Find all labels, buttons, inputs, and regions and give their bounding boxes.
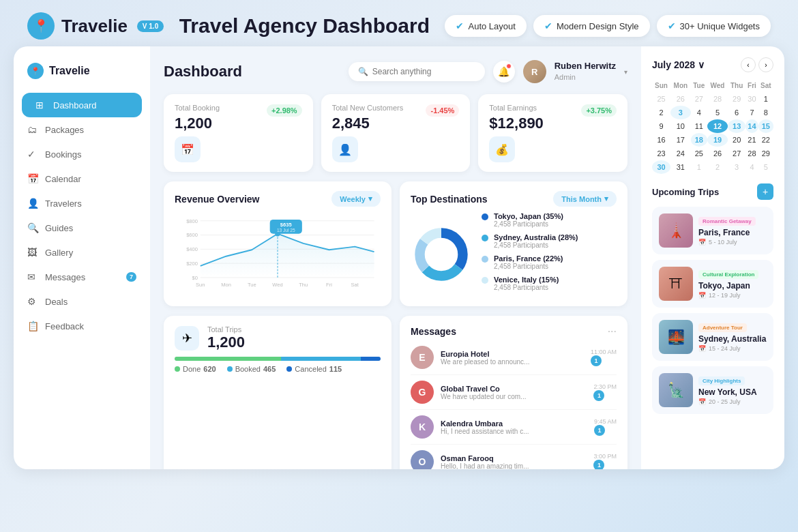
calendar-day[interactable]: 11 <box>691 119 707 133</box>
revenue-filter-button[interactable]: Weekly ▾ <box>331 191 381 207</box>
customers-icon-box: 👤 <box>332 136 358 162</box>
trip-card-newyork[interactable]: 🗽 City Highlights New York, USA 📅 20 - 2… <box>652 366 773 414</box>
calendar-day[interactable]: 7 <box>745 106 758 119</box>
calendar-day[interactable]: 15 <box>758 119 773 133</box>
version-badge: V 1.0 <box>137 20 164 32</box>
calendar-day[interactable]: 12 <box>707 119 728 133</box>
calendar-next-button[interactable]: › <box>758 57 773 72</box>
calendar-day[interactable]: 23 <box>652 147 670 160</box>
calendar-day[interactable]: 4 <box>691 106 707 119</box>
trip-card-tokyo[interactable]: ⛩ Cultural Exploration Tokyo, Japan 📅 12… <box>652 260 773 308</box>
dashboard-icon: ⊞ <box>35 100 46 110</box>
calendar-day[interactable]: 26 <box>670 92 690 106</box>
trip-card-paris[interactable]: 🗼 Romantic Getaway Paris, France 📅 5 - 1… <box>652 207 773 254</box>
svg-text:$200: $200 <box>186 261 198 267</box>
calendar-day[interactable]: 29 <box>728 92 745 106</box>
search-input[interactable] <box>372 67 475 76</box>
trip-date-text-paris: 5 - 10 July <box>709 239 737 246</box>
calendar-day[interactable]: 17 <box>670 133 690 147</box>
canceled-value: 115 <box>329 365 342 373</box>
calendar-day[interactable]: 1 <box>758 92 773 106</box>
calendar-day[interactable]: 29 <box>758 147 773 160</box>
calendar-day[interactable]: 3 <box>670 106 690 119</box>
calendar-day[interactable]: 20 <box>728 133 745 147</box>
svg-text:$600: $600 <box>186 232 198 238</box>
calendar-day[interactable]: 1 <box>691 160 707 174</box>
calendar-day[interactable]: 14 <box>745 119 758 133</box>
trip-img-sydney: 🌉 <box>659 320 693 354</box>
calendar-day[interactable]: 2 <box>707 160 728 174</box>
calendar-day[interactable]: 31 <box>670 160 690 174</box>
sidebar-item-bookings[interactable]: ✓ Bookings <box>14 142 150 166</box>
legend-name-venice: Venice, Italy (15%) <box>494 276 559 284</box>
trips-done-stat: Done 620 <box>175 365 216 373</box>
page-title: Dashboard <box>164 63 242 80</box>
sidebar-item-messages[interactable]: ✉ Messages 7 <box>14 265 150 289</box>
calendar-day[interactable]: 25 <box>652 92 670 106</box>
calendar-day[interactable]: 2 <box>652 106 670 119</box>
chevron-down-icon[interactable]: ▾ <box>624 68 627 76</box>
calendar-day[interactable]: 26 <box>707 147 728 160</box>
sidebar-item-dashboard[interactable]: ⊞ Dashboard <box>22 93 142 117</box>
calendar-prev-button[interactable]: ‹ <box>741 57 756 72</box>
upcoming-header: Upcoming Trips + <box>652 183 773 200</box>
stat-card-customers: Total New Customers 2,845 -1.45% 👤 <box>321 94 471 172</box>
calendar-day[interactable]: 9 <box>652 119 670 133</box>
calendar-day[interactable]: 5 <box>707 106 728 119</box>
calendar-day[interactable]: 28 <box>707 92 728 106</box>
calendar-day[interactable]: 6 <box>728 106 745 119</box>
calendar-day[interactable]: 8 <box>758 106 773 119</box>
trip-date-tokyo: 📅 12 - 19 July <box>698 292 758 299</box>
calendar-day[interactable]: 25 <box>691 147 707 160</box>
calendar-day[interactable]: 10 <box>670 119 690 133</box>
calendar-day[interactable]: 13 <box>728 119 745 133</box>
sidebar-item-packages[interactable]: 🗂 Packages <box>14 117 150 142</box>
top-title: Travel Agency Dashboard <box>179 14 430 38</box>
sidebar-item-feedback[interactable]: 📋 Feedback <box>14 314 150 338</box>
trip-name-tokyo: Tokyo, Japan <box>698 281 758 291</box>
messages-badge: 7 <box>126 272 136 282</box>
calendar-day[interactable]: 28 <box>745 147 758 160</box>
notification-button[interactable]: 🔔 <box>493 61 515 83</box>
sidebar-item-guides[interactable]: 🔍 Guides <box>14 216 150 240</box>
trip-card-sydney[interactable]: 🌉 Adventure Tour Sydney, Australia 📅 15 … <box>652 313 773 361</box>
calendar-day[interactable]: 27 <box>728 147 745 160</box>
msg-unread-0: 1 <box>591 355 602 366</box>
calendar-day[interactable]: 3 <box>728 160 745 174</box>
trips-card: ✈ Total Trips 1,200 Done 620 <box>164 316 391 469</box>
messages-card: Messages ··· E Europia Hotel We are plea… <box>400 316 627 469</box>
calendar-day[interactable]: 16 <box>652 133 670 147</box>
calendar-day[interactable]: 18 <box>691 133 707 147</box>
user-name: Ruben Herwitz <box>555 61 616 72</box>
msg-time-3: 3:00 PM <box>593 453 617 460</box>
destinations-filter-button[interactable]: This Month ▾ <box>553 191 617 207</box>
trip-info-tokyo: Cultural Exploration Tokyo, Japan 📅 12 -… <box>698 267 758 301</box>
msg-item-3[interactable]: O Osman Farooq Hello, I had an amazing t… <box>411 445 617 469</box>
calendar-day[interactable]: 24 <box>670 147 690 160</box>
calendar-day[interactable]: 30 <box>745 92 758 106</box>
sidebar-item-travelers[interactable]: 👤 Travelers <box>14 191 150 216</box>
msg-item-2[interactable]: K Kalendra Umbara Hi, I need assistance … <box>411 410 617 445</box>
calendar-day[interactable]: 27 <box>691 92 707 106</box>
search-box[interactable]: 🔍 <box>349 62 485 81</box>
add-trip-button[interactable]: + <box>757 183 773 200</box>
sidebar-item-deals[interactable]: ⚙ Deals <box>14 289 150 314</box>
msg-item-1[interactable]: G Global Travel Co We have updated our c… <box>411 375 617 410</box>
revenue-chart-card: Revenue Overview Weekly ▾ $800 $600 <box>164 181 391 306</box>
calendar-day[interactable]: 30 <box>652 160 670 174</box>
cal-icon-sydney: 📅 <box>698 345 706 352</box>
calendar-day[interactable]: 5 <box>758 160 773 174</box>
sidebar-item-gallery[interactable]: 🖼 Gallery <box>14 240 150 265</box>
msg-name-0: Europia Hotel <box>441 350 584 358</box>
calendar-day[interactable]: 4 <box>745 160 758 174</box>
calendar-day[interactable]: 22 <box>758 133 773 147</box>
stat-change-booking: +2.98% <box>267 104 302 117</box>
trips-canceled-stat: Canceled 115 <box>286 365 342 373</box>
msg-item-0[interactable]: E Europia Hotel We are pleased to announ… <box>411 340 617 375</box>
calendar-day[interactable]: 21 <box>745 133 758 147</box>
stats-row: Total Booking 1,200 +2.98% 📅 Total New C… <box>164 94 627 172</box>
feature-badge-1: ✔ Auto Layout <box>445 15 526 37</box>
sidebar-item-calendar[interactable]: 📅 Calendar <box>14 166 150 191</box>
calendar-day[interactable]: 19 <box>707 133 728 147</box>
messages-more-icon[interactable]: ··· <box>608 325 617 338</box>
